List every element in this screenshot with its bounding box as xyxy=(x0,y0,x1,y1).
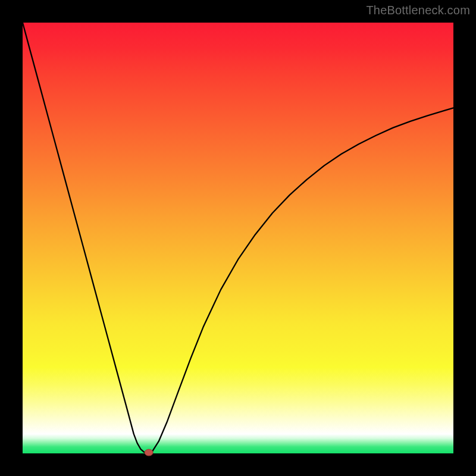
bottleneck-curve xyxy=(23,23,453,453)
watermark-text: TheBottleneck.com xyxy=(366,4,470,17)
minimum-marker xyxy=(145,449,153,456)
chart-frame: TheBottleneck.com xyxy=(0,0,476,476)
chart-svg xyxy=(23,23,453,453)
